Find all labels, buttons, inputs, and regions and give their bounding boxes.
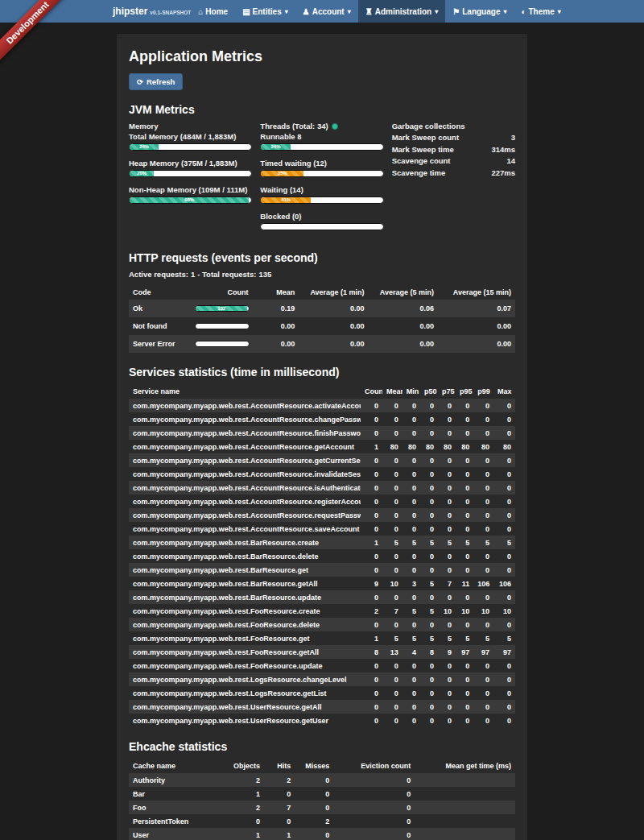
service-value-cell: 0: [382, 700, 402, 714]
progress-bar-fill: 24%: [130, 144, 159, 150]
http-value-cell: 0.19: [253, 300, 299, 317]
service-name-cell: com.mycompany.myapp.web.rest.AccountReso…: [129, 467, 361, 481]
cache-value-cell: 1: [264, 828, 295, 840]
column-header: Code: [129, 285, 191, 300]
service-value-cell: 0: [382, 481, 402, 494]
service-value-cell: 0: [402, 522, 420, 536]
service-value-cell: 0: [456, 563, 473, 577]
service-row: com.mycompany.myapp.web.rest.AccountReso…: [129, 426, 515, 440]
service-value-cell: 0: [402, 590, 420, 604]
service-value-cell: 0: [420, 426, 438, 440]
service-value-cell: 0: [382, 467, 402, 481]
progress-bar-fill: 132: [196, 306, 248, 311]
service-value-cell: 0: [456, 686, 473, 700]
service-value-cell: 0: [473, 714, 493, 727]
service-value-cell: 0: [402, 618, 420, 631]
service-value-cell: 0: [473, 481, 493, 494]
nav-item-theme[interactable]: ◐Theme▾: [514, 0, 568, 23]
progress-bar-fill: 41%: [261, 197, 311, 203]
nav-item-account[interactable]: ♟Account▾: [295, 0, 358, 23]
service-value-cell: 1: [361, 536, 382, 549]
memory-heading: Memory: [129, 122, 252, 130]
progress-bar-fill: 35%: [261, 171, 303, 176]
service-value-cell: 0: [382, 412, 402, 426]
service-value-cell: 0: [382, 618, 402, 631]
progress-bar-fill: 98%: [130, 197, 249, 203]
service-value-cell: 0: [456, 590, 473, 604]
cache-value-cell: 0: [229, 814, 264, 828]
thread-dump-icon[interactable]: [332, 123, 338, 130]
column-header: Mean: [382, 384, 402, 399]
service-row: com.mycompany.myapp.web.rest.AccountReso…: [129, 494, 515, 508]
service-value-cell: 5: [456, 536, 473, 549]
http-count-cell: [191, 317, 253, 335]
service-value-cell: 0: [420, 467, 438, 481]
service-value-cell: 0: [361, 590, 382, 604]
cache-row: Authority2200: [129, 773, 515, 787]
service-value-cell: 0: [456, 426, 473, 440]
service-value-cell: 0: [438, 672, 456, 686]
service-value-cell: 5: [420, 577, 438, 590]
nav-item-administration[interactable]: ♜Administration▾: [358, 0, 446, 23]
service-row: com.mycompany.myapp.web.rest.FooResource…: [129, 645, 515, 659]
service-value-cell: 0: [361, 481, 382, 494]
service-row: com.mycompany.myapp.web.rest.AccountReso…: [129, 440, 515, 453]
service-value-cell: 0: [438, 399, 456, 412]
progress-bar: 132: [195, 305, 250, 312]
service-value-cell: 0: [473, 399, 493, 412]
caret-down-icon: ▾: [435, 8, 438, 15]
service-value-cell: 0: [420, 672, 438, 686]
http-value-cell: 0.00: [369, 317, 438, 335]
cache-row: Bar1000: [129, 787, 515, 801]
column-header: Count: [361, 384, 382, 399]
ehcache-statistics-heading: Ehcache statistics: [129, 740, 515, 753]
progress-bar: 24%: [129, 143, 252, 151]
service-value-cell: 0: [493, 563, 515, 577]
navbar-menu: ⌂Home▤Entities▾♟Account▾♜Administration▾…: [191, 0, 568, 23]
service-value-cell: 0: [473, 563, 493, 577]
column-header: Eviction count: [333, 759, 415, 773]
cache-value-cell: 0: [333, 787, 415, 801]
service-row: com.mycompany.myapp.web.rest.LogsResourc…: [129, 686, 515, 700]
service-value-cell: 0: [438, 714, 456, 727]
progress-bar: [195, 323, 250, 329]
column-header: p75: [438, 384, 456, 399]
service-value-cell: 0: [438, 508, 456, 522]
service-value-cell: 106: [493, 577, 515, 590]
ehcache-statistics-table: Cache nameObjectsHitsMissesEviction coun…: [129, 759, 515, 840]
service-value-cell: 0: [493, 700, 515, 714]
brand-link[interactable]: jhipsterv0.1-SNAPSHOT: [113, 6, 191, 17]
column-header: p95: [456, 384, 473, 399]
cache-name-cell: User: [129, 828, 229, 840]
service-value-cell: 80: [456, 440, 473, 453]
refresh-button[interactable]: ⟳ Refresh: [129, 73, 183, 90]
service-value-cell: 10: [382, 577, 402, 590]
gc-value: 3: [511, 132, 515, 144]
http-requests-heading: HTTP requests (events per second): [129, 251, 515, 264]
nav-item-entities[interactable]: ▤Entities▾: [235, 0, 295, 23]
service-value-cell: 0: [382, 494, 402, 508]
cache-name-cell: Foo: [129, 801, 229, 814]
nav-item-label: Theme: [529, 7, 555, 16]
gc-value: 227ms: [491, 168, 515, 180]
service-value-cell: 0: [456, 453, 473, 467]
caret-down-icon: ▾: [503, 8, 506, 15]
service-value-cell: 0: [473, 522, 493, 536]
http-value-cell: 0.00: [438, 335, 515, 353]
service-value-cell: 0: [438, 549, 456, 563]
service-value-cell: 80: [382, 440, 402, 453]
service-value-cell: 5: [402, 631, 420, 645]
service-value-cell: 0: [361, 508, 382, 522]
gc-label: Scavenge time: [392, 168, 446, 180]
http-value-cell: 0.07: [438, 300, 515, 317]
nav-item-home[interactable]: ⌂Home: [191, 0, 235, 23]
service-value-cell: 5: [402, 536, 420, 549]
service-value-cell: 0: [493, 494, 515, 508]
nav-item-language[interactable]: ⚑Language▾: [445, 0, 514, 23]
service-name-cell: com.mycompany.myapp.web.rest.AccountReso…: [129, 508, 361, 522]
gc-value: 14: [506, 155, 515, 168]
memory-metric-label: Total Memory (484M / 1,883M): [129, 132, 252, 141]
service-value-cell: 97: [493, 645, 515, 659]
service-value-cell: 0: [456, 700, 473, 714]
service-value-cell: 0: [493, 453, 515, 467]
